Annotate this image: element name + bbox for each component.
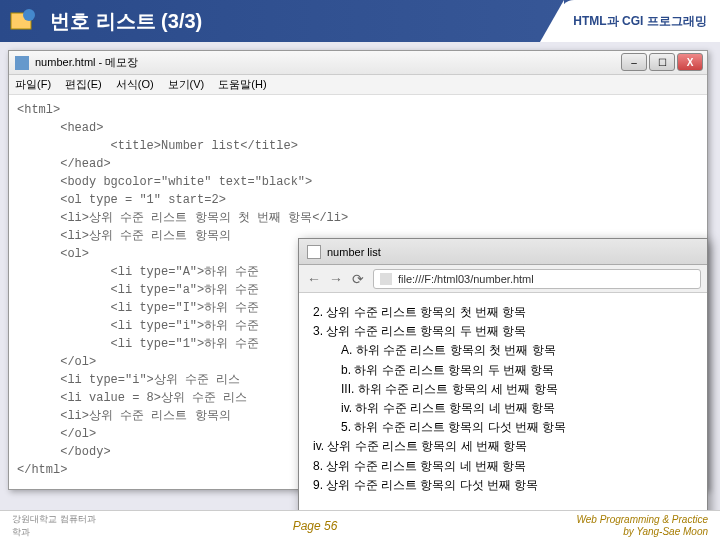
browser-toolbar: ← → ⟳ file:///F:/html03/number.html — [299, 265, 707, 293]
file-icon — [380, 273, 392, 285]
list-item: 8. 상위 수준 리스트 항목의 네 번째 항목 — [313, 457, 693, 476]
university-logo: 강원대학교 컴퓨터과학과 — [0, 513, 100, 539]
maximize-button[interactable]: ☐ — [649, 53, 675, 71]
nav-buttons: ← → ⟳ — [305, 270, 367, 288]
credit: Web Programming & Practice by Yang-Sae M… — [530, 514, 720, 538]
notepad-title-text: number.html - 메모장 — [35, 55, 138, 70]
menu-help[interactable]: 도움말(H) — [218, 77, 266, 92]
credit-line2: by Yang-Sae Moon — [530, 526, 708, 538]
slide-footer: 강원대학교 컴퓨터과학과 Page 56 Web Programming & P… — [0, 510, 720, 540]
browser-tab[interactable]: number list — [299, 239, 707, 265]
tab-title: number list — [327, 246, 381, 258]
main-area: number.html - 메모장 – ☐ X 파일(F) 편집(E) 서식(O… — [0, 42, 720, 502]
forward-button[interactable]: → — [327, 270, 345, 288]
reload-button[interactable]: ⟳ — [349, 270, 367, 288]
list-item: iv. 상위 수준 리스트 항목의 세 번째 항목 — [313, 437, 693, 456]
notepad-icon — [15, 56, 29, 70]
back-button[interactable]: ← — [305, 270, 323, 288]
address-bar[interactable]: file:///F:/html03/number.html — [373, 269, 701, 289]
slide-icon — [4, 2, 42, 40]
course-name: HTML과 CGI 프로그래밍 — [560, 0, 720, 42]
list-item: iv. 하위 수준 리스트 항목의 네 번째 항목 — [341, 399, 693, 418]
slide-header: 번호 리스트 (3/3) HTML과 CGI 프로그래밍 — [0, 0, 720, 42]
list-item: III. 하위 수준 리스트 항목의 세 번째 항목 — [341, 380, 693, 399]
page-icon — [307, 245, 321, 259]
list-item: 5. 하위 수준 리스트 항목의 다섯 번째 항목 — [341, 418, 693, 437]
notepad-menubar: 파일(F) 편집(E) 서식(O) 보기(V) 도움말(H) — [9, 75, 707, 95]
close-button[interactable]: X — [677, 53, 703, 71]
list-item: 9. 상위 수준 리스트 항목의 다섯 번째 항목 — [313, 476, 693, 495]
credit-line1: Web Programming & Practice — [530, 514, 708, 526]
list-item: 3. 상위 수준 리스트 항목의 두 번째 항목 — [313, 322, 693, 341]
slide-title: 번호 리스트 (3/3) — [50, 8, 202, 35]
list-item: A. 하위 수준 리스트 항목의 첫 번째 항목 — [341, 341, 693, 360]
menu-edit[interactable]: 편집(E) — [65, 77, 102, 92]
browser-window: number list ← → ⟳ file:///F:/html03/numb… — [298, 238, 708, 522]
page-number: Page 56 — [100, 519, 530, 533]
menu-view[interactable]: 보기(V) — [168, 77, 205, 92]
svg-point-1 — [23, 9, 35, 21]
menu-format[interactable]: 서식(O) — [116, 77, 154, 92]
list-item: b. 하위 수준 리스트 항목의 두 번째 항목 — [341, 361, 693, 380]
notepad-titlebar: number.html - 메모장 – ☐ X — [9, 51, 707, 75]
url-text: file:///F:/html03/number.html — [398, 273, 534, 285]
browser-content: 2. 상위 수준 리스트 항목의 첫 번째 항목3. 상위 수준 리스트 항목의… — [299, 293, 707, 505]
window-controls: – ☐ X — [621, 53, 703, 71]
minimize-button[interactable]: – — [621, 53, 647, 71]
menu-file[interactable]: 파일(F) — [15, 77, 51, 92]
list-item: 2. 상위 수준 리스트 항목의 첫 번째 항목 — [313, 303, 693, 322]
